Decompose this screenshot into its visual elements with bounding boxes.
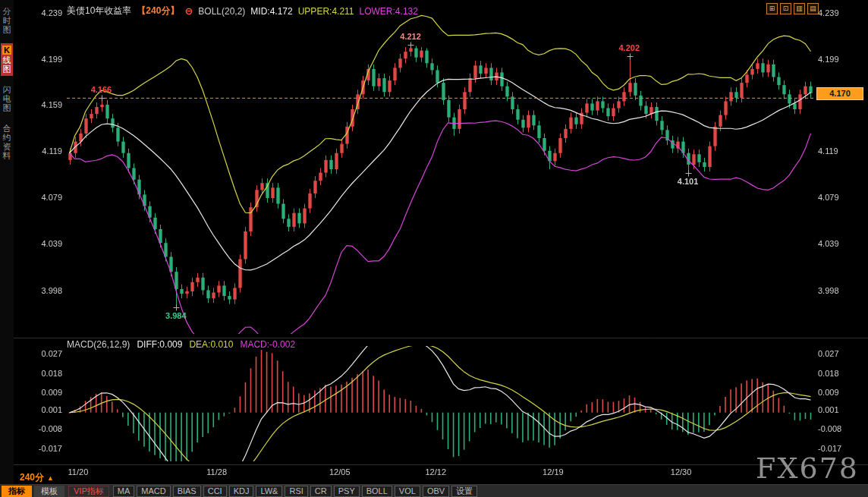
price-tick-right: 4.079: [818, 193, 859, 202]
macd-tick-right: 0.018: [818, 369, 859, 378]
candlestick-chart-canvas[interactable]: [0, 0, 868, 497]
watermark: FX678: [756, 451, 859, 485]
macd-tick-left: 0.027: [27, 349, 62, 358]
vip-indicator-button[interactable]: VIP指标: [68, 486, 109, 497]
price-tick-left: 3.998: [27, 286, 62, 295]
toolbar-tab-0[interactable]: 指标: [2, 486, 32, 497]
sidebar-item-char: K: [2, 46, 11, 55]
left-sidebar: 分时图K线图闪电图合约资料: [0, 0, 14, 497]
collapse-icon[interactable]: ⊖: [184, 5, 193, 17]
indicator-button-macd[interactable]: MACD: [137, 486, 170, 497]
sidebar-item-char: 图: [2, 64, 11, 74]
price-tick-right: 4.119: [818, 146, 859, 156]
price-tick-left: 4.079: [27, 193, 62, 202]
indicator-button-kdj[interactable]: KDJ: [229, 486, 254, 497]
macd-indicator-label: MACD(26,12,9): [67, 339, 130, 350]
indicator-button-cci[interactable]: CCI: [203, 486, 227, 497]
macd-tick-right: -0.008: [818, 424, 859, 433]
price-tick-right: 3.998: [818, 286, 859, 295]
price-tick-left: 4.119: [27, 146, 62, 156]
x-axis-label: 11/20: [68, 467, 89, 477]
sidebar-item-char: 电: [3, 94, 11, 103]
sidebar-item-char: 约: [3, 133, 11, 142]
price-tick-right: 4.199: [818, 55, 859, 64]
x-axis-label: 12/19: [542, 467, 564, 477]
sidebar-item-char: 闪: [3, 85, 11, 94]
x-axis-label: 12/30: [671, 467, 692, 477]
macd-tick-left: -0.008: [27, 424, 62, 433]
price-tick-left: 4.159: [27, 100, 62, 109]
boll-indicator-label: BOLL(20,2): [198, 6, 245, 17]
price-tick-left: 4.199: [27, 55, 62, 64]
period-label[interactable]: 【240分】: [137, 5, 179, 17]
macd-bar-value: MACD:-0.002: [240, 339, 295, 350]
price-annotation: 4.212: [400, 32, 421, 41]
macd-diff-value: DIFF:0.009: [137, 339, 182, 350]
chevron-up-icon: ▲: [47, 474, 54, 482]
indicator-button-ma[interactable]: MA: [113, 486, 135, 497]
macd-dea-value: DEA:0.010: [189, 339, 233, 350]
boll-lower-value: LOWER:4.132: [360, 6, 418, 17]
sidebar-item-3[interactable]: 合约资料: [2, 121, 13, 162]
boll-upper-value: UPPER:4.211: [298, 6, 354, 17]
price-annotation: 3.984: [165, 311, 187, 320]
chart-mode-icon-3[interactable]: ▤: [807, 3, 819, 14]
sidebar-item-0[interactable]: 分时图: [2, 5, 13, 36]
x-axis-label: 11/28: [206, 467, 227, 477]
sidebar-item-char: 合: [3, 124, 11, 133]
price-annotation: 4.166: [91, 85, 112, 94]
current-price-badge: 4.170: [816, 87, 863, 100]
macd-tick-right: 0.009: [818, 388, 859, 397]
macd-tick-left: 0.018: [27, 369, 62, 378]
sidebar-item-char: 时: [3, 16, 11, 25]
chart-mode-icon-1[interactable]: ⊡: [780, 3, 791, 14]
indicator-button-boll[interactable]: BOLL: [362, 486, 392, 497]
indicator-button-cr[interactable]: CR: [310, 486, 332, 497]
macd-tick-right: 0.001: [818, 405, 859, 414]
chart-mode-icon-2[interactable]: ▥: [794, 3, 805, 14]
window-controls: ⊞⊡▥▤: [766, 3, 819, 14]
price-annotation: 4.202: [619, 43, 640, 52]
macd-tick-left: 0.001: [27, 405, 62, 414]
price-tick-left: 4.239: [27, 8, 62, 17]
price-tick-right: 4.239: [818, 8, 859, 17]
boll-mid-value: MID:4.172: [250, 6, 292, 17]
instrument-title: 美债10年收益率: [67, 5, 131, 17]
sidebar-item-char: 资: [3, 142, 11, 151]
period-selector[interactable]: 240分 ▲: [20, 471, 54, 484]
macd-header: MACD(26,12,9) DIFF:0.009 DEA:0.010 MACD:…: [67, 339, 295, 350]
indicator-button-psy[interactable]: PSY: [334, 486, 360, 497]
sidebar-item-char: 线: [2, 55, 11, 64]
x-axis-label: 12/12: [425, 467, 446, 477]
x-axis-label: 12/05: [329, 467, 351, 477]
macd-tick-right: 0.027: [818, 349, 859, 358]
toolbar-tab-1[interactable]: 模板: [34, 486, 64, 497]
price-tick-right: 4.039: [818, 239, 859, 248]
chart-mode-icon-0[interactable]: ⊞: [766, 3, 778, 14]
sidebar-item-2[interactable]: 闪电图: [2, 83, 13, 115]
sidebar-item-1[interactable]: K线图: [1, 43, 13, 76]
trading-chart-window: 分时图K线图闪电图合约资料 美债10年收益率 【240分】 ⊖ BOLL(20,…: [0, 0, 868, 497]
sidebar-item-char: 料: [3, 151, 11, 160]
indicator-button-rsi[interactable]: RSI: [285, 486, 307, 497]
period-selector-label: 240分: [20, 471, 44, 484]
indicator-button-obv[interactable]: OBV: [423, 486, 449, 497]
bottom-toolbar: 指标模板VIP指标MAMACDBIASCCIKDJLW&RSICRPSYBOLL…: [0, 484, 868, 497]
indicator-button-bias[interactable]: BIAS: [173, 486, 201, 497]
price-annotation: 4.101: [678, 177, 699, 186]
sidebar-item-char: 图: [3, 103, 11, 112]
macd-tick-left: -0.017: [27, 444, 62, 453]
macd-tick-left: 0.009: [27, 388, 62, 397]
indicator-button-vol[interactable]: VOL: [395, 486, 420, 497]
price-tick-left: 4.039: [27, 239, 62, 248]
chart-header: 美债10年收益率 【240分】 ⊖ BOLL(20,2) MID:4.172 U…: [67, 5, 418, 17]
settings-button[interactable]: 设置: [451, 486, 477, 497]
sidebar-item-char: 分: [3, 7, 11, 16]
indicator-button-lw[interactable]: LW&: [256, 486, 282, 497]
sidebar-item-char: 图: [3, 25, 11, 34]
